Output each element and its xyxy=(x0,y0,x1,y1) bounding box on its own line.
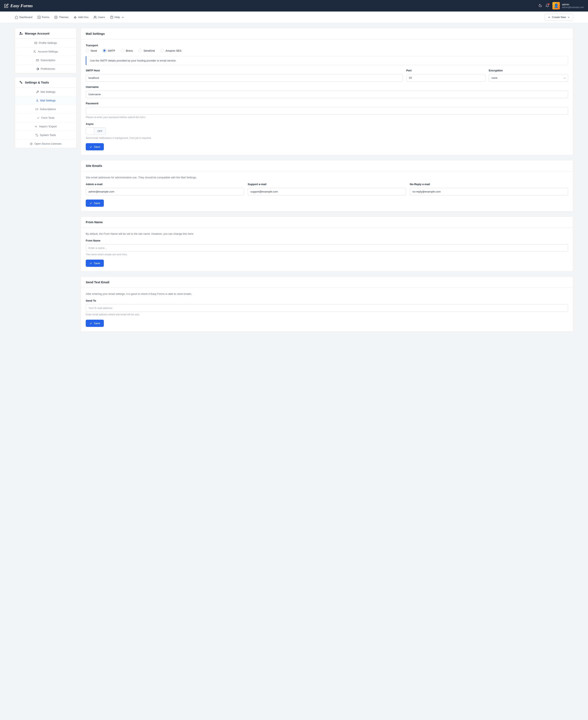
logo[interactable]: Easy Forms xyxy=(4,3,33,8)
swap-icon xyxy=(35,125,37,128)
upload-icon xyxy=(36,99,39,102)
emails-save-button[interactable]: Save xyxy=(86,200,104,207)
gears-icon xyxy=(19,80,23,84)
sidebar-licenses[interactable]: Open Source Licenses xyxy=(15,140,76,148)
nav-addons[interactable]: Add-Ons xyxy=(74,16,88,19)
card-title: From Name xyxy=(81,217,573,228)
home-icon xyxy=(15,16,18,19)
password-input[interactable] xyxy=(86,107,568,115)
check-icon xyxy=(37,117,40,119)
svg-rect-16 xyxy=(36,59,39,61)
username-label: Username xyxy=(86,85,568,88)
svg-rect-12 xyxy=(35,42,37,44)
wrench-icon xyxy=(36,90,39,94)
site-emails-card: Site Emails Site email addresses for adm… xyxy=(81,160,573,211)
create-new-button[interactable]: Create New xyxy=(545,14,573,21)
dark-mode-toggle[interactable] xyxy=(539,4,542,8)
support-email-input[interactable] xyxy=(248,188,406,196)
sidebar-form-tools[interactable]: Form Tools xyxy=(15,114,76,122)
nav-themes[interactable]: Themes xyxy=(54,16,68,19)
users-icon xyxy=(93,16,97,19)
encryption-label: Encryption xyxy=(489,69,568,72)
panel-title: Settings & Tools xyxy=(25,81,49,84)
transport-sendgrid[interactable]: SendGrid xyxy=(139,49,155,52)
pencil-square-icon xyxy=(4,3,8,8)
transport-brevo[interactable]: Brevo xyxy=(121,49,133,52)
chevron-down-icon xyxy=(567,16,570,19)
send-to-label: Send To xyxy=(86,299,568,302)
port-label: Port xyxy=(406,69,486,72)
osi-icon xyxy=(30,142,33,145)
user-menu[interactable]: 👤 admin admin@example.com xyxy=(552,2,584,9)
svg-point-13 xyxy=(35,43,36,43)
fromname-save-button[interactable]: Save xyxy=(86,260,104,267)
test-email-desc: After entering your email settings, it i… xyxy=(86,292,568,295)
svg-point-4 xyxy=(56,18,56,18)
svg-point-14 xyxy=(34,50,35,52)
from-name-desc: By default, the From Name will be set to… xyxy=(86,232,568,235)
plus-icon xyxy=(548,16,551,19)
username-input[interactable] xyxy=(86,90,568,98)
test-email-card: Send Test Email After entering your emai… xyxy=(81,276,573,332)
sidebar-site-settings[interactable]: Site Settings xyxy=(15,88,76,96)
async-hint: Send email notifications in background. … xyxy=(86,137,568,140)
svg-point-22 xyxy=(37,109,38,109)
user-gear-icon xyxy=(33,50,36,53)
svg-point-1 xyxy=(55,16,57,19)
contrast-icon xyxy=(36,67,39,70)
check-square-icon xyxy=(37,16,41,19)
nav-users[interactable]: Users xyxy=(93,16,105,19)
notifications-button[interactable] xyxy=(545,4,549,8)
mail-save-button[interactable]: Save xyxy=(86,143,104,150)
from-name-hint: The name which emails are sent from. xyxy=(86,253,568,256)
panel-title: Manage Account xyxy=(25,32,49,35)
card-title: Send Test Email xyxy=(81,277,573,288)
card-title: Mail Settings xyxy=(81,28,573,39)
sidebar-profile-settings[interactable]: Profile Settings xyxy=(15,39,76,47)
svg-point-24 xyxy=(31,143,31,144)
encryption-select[interactable]: none xyxy=(489,74,568,82)
top-nav: Dashboard Forms Themes Add-Ons Users Hel… xyxy=(0,12,588,23)
send-to-input[interactable] xyxy=(86,304,568,312)
sidebar-subscription[interactable]: Subscription xyxy=(15,56,76,65)
admin-email-input[interactable] xyxy=(86,188,244,196)
async-toggle[interactable]: OFF xyxy=(86,127,106,135)
wallet-icon xyxy=(35,108,38,111)
check-icon xyxy=(89,262,92,265)
nav-forms[interactable]: Forms xyxy=(37,16,49,19)
svg-point-19 xyxy=(20,81,21,82)
password-hint: Please re-enter your password before sub… xyxy=(86,116,568,119)
svg-point-11 xyxy=(21,34,22,35)
sidebar-preferences[interactable]: Preferences xyxy=(15,65,76,73)
nav-help[interactable]: Help xyxy=(110,16,125,19)
sidebar-mail-settings[interactable]: Mail Settings xyxy=(15,96,76,105)
transport-none[interactable]: None xyxy=(86,49,97,52)
avatar: 👤 xyxy=(552,2,560,9)
from-name-card: From Name By default, the From Name will… xyxy=(81,217,573,271)
from-name-label: From Name xyxy=(86,239,568,242)
palette-icon xyxy=(54,16,58,19)
port-input[interactable] xyxy=(406,74,486,82)
transport-ses[interactable]: Amazon SES xyxy=(161,49,181,52)
noreply-email-input[interactable] xyxy=(410,188,568,196)
puzzle-icon xyxy=(74,16,77,19)
tools-icon xyxy=(35,134,38,137)
id-card-icon xyxy=(34,42,37,44)
sidebar-import-export[interactable]: Import / Export xyxy=(15,122,76,131)
smtp-info-box: Use the SMTP details provided by your ho… xyxy=(86,56,568,65)
svg-point-20 xyxy=(21,82,22,83)
test-save-button[interactable]: Save xyxy=(86,320,104,327)
sidebar-subscriptions[interactable]: Subscriptions xyxy=(15,105,76,114)
smtp-host-input[interactable] xyxy=(86,74,403,82)
nav-dashboard[interactable]: Dashboard xyxy=(15,16,33,19)
transport-smtp[interactable]: SMTP xyxy=(103,49,115,52)
from-name-input[interactable] xyxy=(86,244,568,252)
chevron-down-icon xyxy=(121,16,124,19)
support-email-label: Support e-mail xyxy=(248,183,406,186)
check-icon xyxy=(89,202,92,205)
sidebar-system-tools[interactable]: System Tools xyxy=(15,131,76,140)
svg-point-15 xyxy=(35,52,36,53)
card-title: Site Emails xyxy=(81,160,573,171)
sidebar-account-settings[interactable]: Account Settings xyxy=(15,47,76,56)
password-label: Password xyxy=(86,102,568,105)
